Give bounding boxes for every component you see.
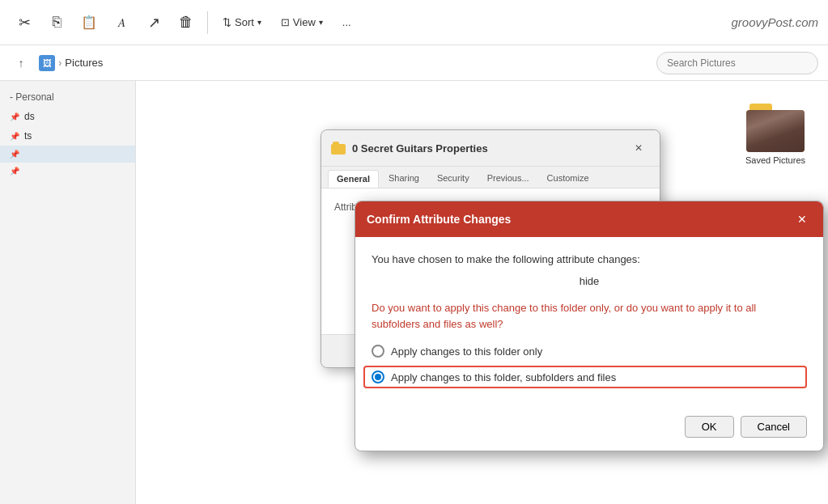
view-button[interactable]: ⊡ View ▾ (273, 13, 331, 32)
sidebar-item-label: ds (24, 111, 35, 122)
confirm-description: You have chosen to make the following at… (372, 253, 807, 265)
sidebar-item-3[interactable]: 📌 (0, 146, 135, 163)
sidebar-item-2[interactable]: 📌 ts (0, 126, 135, 146)
sidebar-item-label: ts (24, 130, 32, 142)
copy-icon[interactable]: ⎘ (42, 8, 71, 37)
sort-button[interactable]: ⇅ Sort ▾ (214, 13, 270, 32)
properties-titlebar: 0 Secret Guitars Properties ✕ (321, 130, 660, 167)
cut-icon[interactable]: ✂ (10, 8, 39, 37)
sidebar-item-4[interactable]: 📌 (0, 163, 135, 180)
confirm-title-text: Confirm Attribute Changes (367, 213, 511, 226)
radio-label-2: Apply changes to this folder, subfolders… (391, 371, 616, 383)
saved-pictures-folder[interactable]: Saved Pictures (739, 97, 812, 172)
confirm-cancel-button[interactable]: Cancel (741, 416, 807, 438)
sort-label: Sort (235, 16, 254, 28)
view-icon: ⊡ (281, 16, 290, 28)
main-content: - Personal 📌 ds 📌 ts 📌 📌 (0, 81, 828, 504)
sidebar-item-personal: - Personal (0, 87, 135, 107)
properties-title-text: 0 Secret Guitars Properties (352, 142, 488, 155)
confirm-ok-button[interactable]: OK (685, 416, 734, 438)
properties-close-button[interactable]: ✕ (627, 137, 650, 159)
properties-title-area: 0 Secret Guitars Properties (331, 142, 488, 155)
properties-tabs: General Sharing Security Previous... Cus… (321, 167, 660, 188)
radio-option-all[interactable]: Apply changes to this folder, subfolders… (363, 366, 807, 388)
breadcrumb-label: Pictures (65, 57, 103, 69)
tab-previous-versions[interactable]: Previous... (479, 170, 537, 188)
divider (207, 11, 208, 34)
tab-customize[interactable]: Customize (539, 170, 597, 188)
radio-label-1: Apply changes to this folder only (391, 345, 542, 358)
tab-sharing[interactable]: Sharing (380, 170, 427, 188)
view-label: View (293, 16, 316, 28)
pin-icon: 📌 (10, 112, 19, 121)
radio-circle-1 (372, 345, 384, 358)
confirm-close-button[interactable]: ✕ (792, 210, 812, 229)
sort-chevron-icon: ▾ (257, 18, 261, 27)
confirm-attribute-text: hide (372, 275, 807, 287)
toolbar: ✂ ⎘ 📋 𝐴 ↗ 🗑 ⇅ Sort ▾ ⊡ View ▾ ... groovy… (0, 0, 828, 45)
brand-text: groovyPost.com (731, 15, 818, 29)
paste-icon[interactable]: 📋 (74, 8, 104, 37)
sidebar-item-1[interactable]: 📌 ds (0, 107, 135, 126)
radio-option-folder-only[interactable]: Apply changes to this folder only (372, 345, 807, 358)
pin-icon: 📌 (10, 132, 19, 141)
tab-general[interactable]: General (328, 170, 379, 188)
tab-security[interactable]: Security (429, 170, 478, 188)
folder-label: Saved Pictures (745, 155, 805, 165)
confirm-question-text: Do you want to apply this change to this… (372, 300, 807, 332)
sidebar-section-label: - Personal (10, 91, 54, 103)
radio-circle-2 (372, 371, 384, 383)
share-icon[interactable]: ↗ (139, 8, 168, 37)
pin-icon: 📌 (10, 167, 19, 176)
confirm-footer: OK Cancel (355, 409, 823, 451)
delete-icon[interactable]: 🗑 (172, 8, 201, 37)
radio-dot (375, 374, 381, 380)
properties-folder-icon (331, 142, 346, 155)
breadcrumb: 🖼 › Pictures (39, 55, 103, 71)
search-input[interactable] (656, 52, 818, 74)
rename-icon[interactable]: 𝐴 (107, 8, 136, 37)
nav-up-button[interactable]: ↑ (10, 52, 32, 74)
breadcrumb-separator: › (58, 57, 62, 69)
view-chevron-icon: ▾ (319, 18, 323, 27)
more-label: ... (342, 16, 351, 28)
file-area: Saved Pictures 0 Secret Guitars Properti… (136, 81, 828, 504)
folder-icon (746, 104, 805, 152)
sidebar: - Personal 📌 ds 📌 ts 📌 📌 (0, 81, 136, 504)
more-button[interactable]: ... (334, 13, 359, 32)
address-bar: ↑ 🖼 › Pictures (0, 45, 828, 81)
confirm-dialog: Confirm Attribute Changes ✕ You have cho… (355, 201, 824, 451)
confirm-body: You have chosen to make the following at… (355, 237, 823, 409)
pin-icon: 📌 (10, 150, 19, 159)
pictures-folder-icon: 🖼 (39, 55, 55, 71)
confirm-titlebar: Confirm Attribute Changes ✕ (355, 201, 823, 237)
sort-icon: ⇅ (223, 16, 231, 28)
